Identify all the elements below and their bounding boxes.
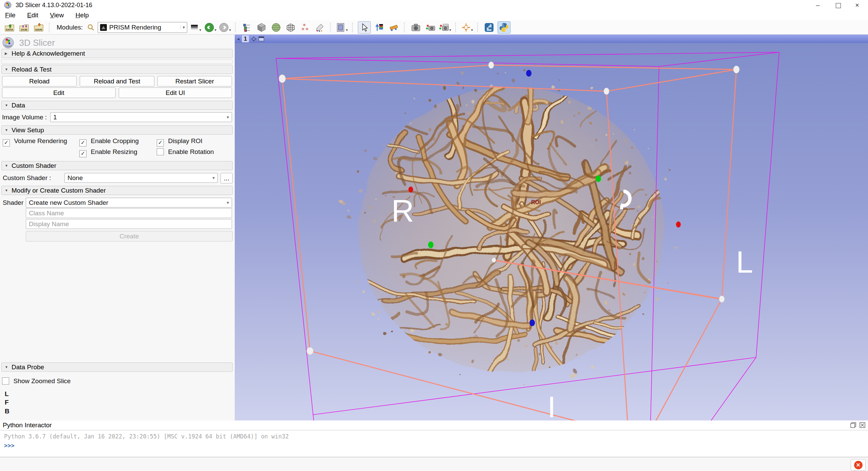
section-data[interactable]: ▼ Data (1, 101, 233, 110)
models-sphere-button[interactable] (270, 22, 282, 33)
restart-slicer-button[interactable]: Restart Slicer (157, 76, 232, 86)
maximize-button[interactable] (829, 0, 848, 10)
cursor-icon (360, 23, 368, 32)
close-button[interactable]: × (848, 0, 867, 10)
display-name-input[interactable] (26, 219, 232, 229)
enable-rotation-checkbox[interactable]: Enable Rotation (157, 148, 214, 156)
section-custom-shader[interactable]: ▼ Custom Shader (1, 161, 233, 170)
crosshair-button[interactable]: ▾ (461, 22, 473, 33)
section-modify-create-shader[interactable]: ▼ Modify or Create Custom Shader (1, 186, 233, 195)
roi-corner-handle[interactable] (307, 347, 313, 355)
scene-view-restore-button[interactable]: ▾ (439, 22, 451, 33)
roi-corner-handle[interactable] (719, 296, 725, 302)
roi-corner-handle[interactable] (279, 75, 286, 83)
layout-selector-button[interactable]: ▾ (336, 22, 348, 33)
status-bar: ✕ (0, 457, 868, 471)
ruler-button[interactable] (388, 22, 400, 33)
roi-face-handle-red[interactable] (408, 187, 413, 193)
close-panel-icon[interactable] (860, 422, 865, 428)
markups-icon: ✳✳ ✳ (301, 23, 310, 32)
checkbox-box: ✓ (3, 139, 10, 146)
menu-file[interactable]: File (0, 10, 21, 20)
minimize-button[interactable]: – (808, 0, 827, 10)
menu-edit[interactable]: Edit (22, 10, 43, 20)
svg-text:SAVE: SAVE (35, 28, 42, 31)
threed-scene[interactable]: R L I ROI (235, 35, 868, 420)
view-crosshair-icon[interactable] (251, 36, 257, 42)
volume-cube-button[interactable] (255, 22, 268, 33)
display-roi-checkbox[interactable]: ✓ Display ROI (157, 137, 202, 146)
roi-corner-handle[interactable] (492, 258, 496, 262)
annotations-button[interactable] (314, 22, 326, 33)
section-help-acknowledgement[interactable]: ▶ Help & Acknowledgement (1, 49, 233, 58)
module-selector-combobox[interactable]: PRISM Rendering ▾ (98, 22, 187, 33)
volume-rendering-checkbox[interactable]: ✓ Volume Rendering (3, 137, 67, 146)
adjust-window-level-button[interactable] (373, 22, 385, 33)
pin-icon[interactable]: ◄ (236, 37, 240, 41)
module-back-button[interactable]: ▾ (204, 22, 216, 33)
custom-shader-combobox[interactable]: None ▾ (64, 173, 218, 183)
transforms-button[interactable] (285, 22, 297, 33)
roi-corner-handle[interactable] (604, 88, 609, 95)
reload-button[interactable]: Reload (2, 76, 77, 86)
roi-corner-handle[interactable] (488, 62, 494, 68)
section-view-setup[interactable]: ▼ View Setup (1, 125, 233, 135)
python-banner: Python 3.6.7 (default, Jan 16 2022, 23:2… (4, 433, 864, 440)
scene-view-capture-button[interactable] (424, 22, 437, 33)
enable-resizing-checkbox[interactable]: ✓ Enable Resizing (79, 148, 137, 157)
slicer-logo: 3D Slicer (2, 37, 232, 50)
edit-button[interactable]: Edit (2, 87, 116, 98)
shader-combobox[interactable]: Create new Custom Shader ▾ (26, 198, 232, 208)
probe-row-l: L (5, 390, 232, 398)
class-name-input[interactable] (26, 208, 232, 218)
prism-module-icon (100, 24, 107, 31)
chevron-down-icon: ▾ (210, 175, 215, 180)
toolbar-separator (49, 23, 51, 32)
error-log-button[interactable]: ✕ (851, 459, 866, 471)
module-forward-button[interactable]: ▾ (219, 22, 231, 33)
section-reload-test[interactable]: ▼ Reload & Test (1, 65, 233, 74)
screenshot-button[interactable] (410, 22, 422, 33)
edit-ui-button[interactable]: Edit UI (119, 87, 232, 98)
roi-face-handle-green[interactable] (596, 175, 601, 182)
orientation-letter-l: L (736, 245, 753, 279)
view-maximize-icon[interactable] (258, 36, 264, 41)
svg-text:✳: ✳ (305, 27, 309, 32)
load-data-button[interactable]: DATA (3, 22, 16, 33)
section-data-probe[interactable]: ▼ Data Probe (1, 362, 233, 372)
shader-more-button[interactable]: ... (220, 173, 233, 183)
image-volume-row: Image Volume : 1 ▾ (2, 112, 232, 122)
roi-text-label: ROI (531, 199, 541, 205)
modules-label: Modules: (57, 24, 83, 31)
roi-face-handle-red[interactable] (676, 221, 681, 228)
module-history-button[interactable]: ▾ (190, 22, 202, 33)
help-section-body (1, 59, 233, 64)
checkbox-box: ✓ (79, 150, 86, 157)
roi-face-handle-blue[interactable] (529, 319, 535, 326)
module-hierarchy-button[interactable] (241, 22, 253, 33)
markups-button[interactable]: ✳✳ ✳ (299, 22, 311, 33)
roi-face-handle-green[interactable] (428, 241, 433, 248)
menu-view[interactable]: View (45, 10, 69, 20)
image-volume-combobox[interactable]: 1 ▾ (50, 112, 232, 122)
checkbox-box: ✓ (79, 139, 86, 146)
python-console[interactable]: Python 3.6.7 (default, Jan 16 2022, 23:2… (0, 430, 868, 457)
module-search-button[interactable] (86, 22, 95, 33)
reload-and-test-button[interactable]: Reload and Test (80, 76, 154, 86)
dicom-button[interactable]: DCM (18, 22, 30, 33)
enable-cropping-checkbox[interactable]: ✓ Enable Cropping (79, 137, 139, 146)
extensions-manager-button[interactable] (483, 22, 495, 33)
orientation-letter-fragment (620, 207, 623, 209)
float-panel-icon[interactable] (850, 422, 856, 428)
roi-face-handle-blue[interactable] (526, 70, 532, 77)
edit-button-row: Edit Edit UI (2, 87, 232, 98)
show-zoomed-slice-checkbox[interactable]: Show Zoomed Slice (2, 377, 232, 385)
roi-corner-handle[interactable] (733, 66, 739, 73)
mouse-interaction-button[interactable] (358, 21, 371, 34)
create-shader-button[interactable]: Create (26, 231, 233, 241)
scene-camera-icon (425, 23, 436, 32)
python-console-button[interactable] (498, 21, 510, 34)
save-button[interactable]: SAVE (33, 22, 45, 33)
menu-help[interactable]: Help (71, 10, 94, 20)
threed-view[interactable]: ◄ 1 (235, 35, 868, 420)
